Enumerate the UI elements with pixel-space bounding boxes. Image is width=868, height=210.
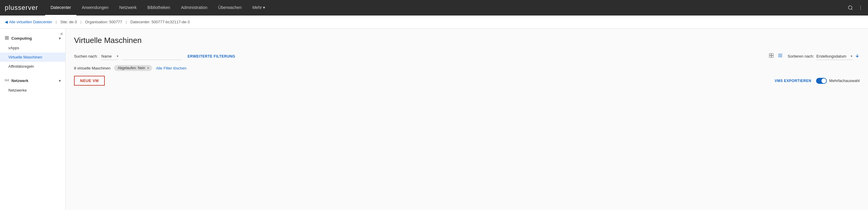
search-field-wrapper: Name ID Status ▾: [101, 53, 119, 60]
nav-item-mehr[interactable]: Mehr ▾: [247, 0, 271, 15]
sidebar-collapse-button[interactable]: «: [60, 31, 63, 36]
svg-point-4: [860, 9, 861, 9]
breadcrumb-org: Organisation: 500777: [85, 20, 122, 24]
mehrfachauswahl-toggle[interactable]: [816, 78, 827, 84]
view-toggle: [767, 52, 784, 60]
sort-direction-button[interactable]: [855, 54, 860, 59]
page-title: Virtuelle Maschinen: [74, 36, 860, 45]
nav-item-ueberwachen[interactable]: Überwachen: [213, 0, 247, 15]
more-options-icon-btn[interactable]: [858, 5, 863, 10]
svg-rect-12: [769, 56, 771, 58]
svg-rect-13: [772, 56, 773, 58]
sidebar-item-vapps[interactable]: vApps: [0, 43, 65, 53]
chevron-left-icon: ◀: [5, 20, 8, 24]
breadcrumb-bar: ◀ Alle virtuellen Datecenter | Site: de-…: [0, 15, 868, 29]
search-icon-btn[interactable]: [848, 5, 853, 10]
svg-point-9: [6, 80, 7, 81]
neue-vm-button[interactable]: NEUE VM: [74, 76, 105, 85]
sort-select[interactable]: Erstellungsdatum Name Status: [816, 53, 852, 60]
filter-tag-text: Abgelaufen: Nein: [118, 66, 145, 70]
sort-label: Sortieren nach:: [788, 54, 814, 59]
netzwerk-chevron-icon: ▾: [59, 79, 61, 83]
chevron-down-icon: ▾: [263, 5, 265, 10]
sidebar-computing-label: Computing: [11, 36, 32, 41]
grid-icon: [5, 36, 9, 41]
sidebar-section-header-computing[interactable]: Computing ▾: [0, 33, 65, 43]
nav-item-anwendungen[interactable]: Anwendungen: [76, 0, 114, 15]
filter-tag-abgelaufen: Abgelaufen: Nein ×: [114, 65, 152, 71]
sort-select-wrapper: Erstellungsdatum Name Status ▾: [816, 53, 852, 60]
sidebar-netzwerk-label: Netzwerk: [11, 78, 28, 83]
clear-filters-button[interactable]: Alle Filter löschen: [156, 66, 187, 70]
main-layout: « Computing ▾ vApps Virtuelle Maschinen …: [0, 29, 868, 210]
filter-right: Sortieren nach: Erstellungsdatum Name St…: [767, 52, 860, 60]
breadcrumb-sep-1: |: [56, 20, 57, 24]
filter-tag-close-button[interactable]: ×: [147, 66, 149, 70]
toggle-knob: [822, 78, 826, 83]
svg-rect-8: [7, 38, 8, 39]
logo: plusserver: [5, 4, 38, 12]
breadcrumb-dc: Datecenter: 500777-bc32117-de-3: [130, 20, 190, 24]
svg-rect-6: [7, 36, 8, 38]
mehrfach-toggle-wrapper: Mehrfachauswahl: [816, 78, 860, 84]
svg-point-2: [860, 6, 861, 7]
suchen-label: Suchen nach:: [74, 54, 98, 59]
sidebar-section-header-netzwerk[interactable]: Netzwerk ▾: [0, 76, 65, 85]
advanced-filter-button[interactable]: ERWEITERTE FILTERUNG: [188, 54, 236, 59]
breadcrumb-sep-3: |: [126, 20, 127, 24]
svg-rect-7: [5, 38, 6, 39]
content-area: Virtuelle Maschinen Suchen nach: Name ID…: [66, 29, 868, 210]
breadcrumb-back-link[interactable]: ◀ Alle virtuellen Datecenter: [5, 20, 52, 24]
svg-point-0: [848, 6, 852, 9]
results-count: 8 virtuelle Maschinen: [74, 66, 111, 70]
search-field-select[interactable]: Name ID Status: [101, 53, 119, 60]
action-row: NEUE VM VMS EXPORTIEREN Mehrfachauswahl: [74, 76, 860, 85]
list-view-button[interactable]: [776, 52, 784, 60]
mehrfachauswahl-label: Mehrfachauswahl: [829, 78, 860, 83]
sidebar-section-computing: Computing ▾ vApps Virtuelle Maschinen Af…: [0, 29, 65, 71]
grid-view-button[interactable]: [767, 52, 775, 60]
breadcrumb-site: Site: de-3: [60, 20, 77, 24]
svg-line-1: [851, 9, 852, 9]
sidebar-item-virtuelle-maschinen[interactable]: Virtuelle Maschinen: [0, 53, 65, 62]
network-icon: [5, 78, 9, 83]
nav-item-bibliotheken[interactable]: Bibliotheken: [142, 0, 176, 15]
sidebar-section-netzwerk: Netzwerk ▾ Netzwerke: [0, 71, 65, 95]
sidebar: « Computing ▾ vApps Virtuelle Maschinen …: [0, 29, 66, 210]
nav-right: [848, 5, 863, 10]
svg-rect-5: [5, 36, 6, 38]
nav-item-datecenter[interactable]: Datecenter: [45, 0, 76, 15]
computing-chevron-icon: ▾: [59, 36, 61, 41]
filter-sort-row: Suchen nach: Name ID Status ▾ ERWEITERTE…: [74, 52, 860, 60]
filter-left: Suchen nach: Name ID Status ▾ ERWEITERTE…: [74, 53, 767, 60]
breadcrumb-sep-2: |: [81, 20, 82, 24]
vms-exportieren-button[interactable]: VMS EXPORTIEREN: [775, 79, 811, 83]
nav-items: Datecenter Anwendungen Netzwerk Biblioth…: [45, 0, 848, 15]
svg-rect-10: [769, 54, 771, 55]
nav-item-netzwerk[interactable]: Netzwerk: [114, 0, 142, 15]
results-row: 8 virtuelle Maschinen Abgelaufen: Nein ×…: [74, 65, 860, 71]
search-input[interactable]: [122, 53, 182, 60]
top-nav: plusserver Datecenter Anwendungen Netzwe…: [0, 0, 868, 15]
svg-point-3: [860, 7, 861, 8]
sidebar-item-affinitaetsregeln[interactable]: Affinitätsregeln: [0, 62, 65, 71]
nav-item-administration[interactable]: Administration: [176, 0, 213, 15]
sidebar-item-netzwerke[interactable]: Netzwerke: [0, 85, 65, 95]
svg-rect-11: [772, 54, 773, 55]
